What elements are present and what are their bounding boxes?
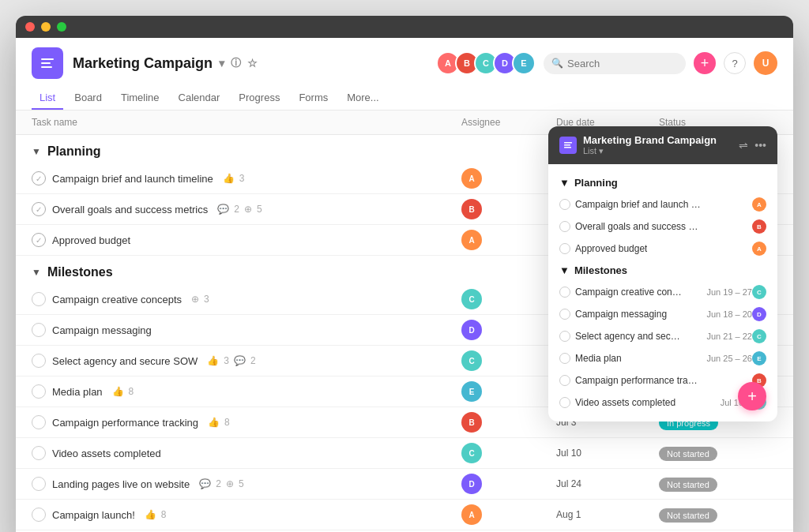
subtask-icon: ⊕ (191, 294, 199, 305)
tab-progress[interactable]: Progress (231, 87, 288, 110)
minimize-dot[interactable] (41, 22, 51, 32)
like-icon: 👍 (223, 173, 235, 184)
task-check[interactable]: ✓ (32, 233, 46, 247)
maximize-dot[interactable] (57, 22, 66, 32)
mini-check (559, 375, 570, 386)
col-task-name: Task name (32, 117, 461, 128)
task-check[interactable]: ✓ (32, 171, 46, 185)
app-window: Marketing Campaign ▾ ⓘ ☆ A B C (16, 16, 793, 532)
avatar-5: E (512, 51, 536, 75)
task-name: Campaign performance tracking (52, 417, 198, 429)
mini-task-row[interactable]: Campaign messaging Jun 18 – 20 D (548, 303, 777, 325)
task-row[interactable]: Video assets completed C Jul 10 Not star… (16, 438, 793, 469)
task-row[interactable]: Campaign launch! 👍 8 A Aug 1 Not started (16, 500, 793, 530)
mini-task-row[interactable]: Media plan Jun 25 – 26 E (548, 347, 777, 369)
add-button[interactable]: + (694, 52, 716, 74)
project-icon (32, 47, 63, 79)
svg-rect-2 (41, 66, 52, 68)
assignee-cell: A (461, 168, 556, 189)
comment-count: 2 (250, 355, 256, 366)
task-name: Video assets completed (52, 448, 161, 459)
team-avatars: A B C D E (436, 51, 536, 75)
mini-task-avatar: C (752, 329, 766, 343)
task-check[interactable] (32, 384, 46, 399)
subtask-count: 3 (204, 294, 209, 305)
header-right: A B C D E 🔍 + ? U (436, 51, 777, 75)
tab-list[interactable]: List (32, 87, 63, 110)
subtask-count: 5 (257, 204, 262, 215)
mini-check (559, 199, 570, 210)
task-meta: 💬 2 ⊕ 5 (217, 204, 262, 215)
assignee-avatar: D (461, 320, 482, 340)
mini-task-date: Jun 25 – 26 (707, 354, 753, 363)
assignee-cell: B (461, 412, 556, 433)
task-name: Approved budget (52, 234, 130, 246)
status-badge: Not started (659, 508, 717, 523)
task-row[interactable]: Landing pages live on website 💬 2 ⊕ 5 D … (16, 469, 793, 500)
mini-add-button[interactable]: + (738, 382, 766, 410)
task-name-cell: Campaign launch! 👍 8 (32, 508, 461, 522)
mini-panel-actions: ⇌ ••• (739, 139, 766, 152)
project-name-row: Marketing Campaign ▾ ⓘ ☆ (73, 55, 258, 72)
title-bar (16, 16, 793, 38)
task-name-cell: ✓ Approved budget (32, 233, 461, 247)
task-check[interactable] (32, 415, 46, 429)
task-check[interactable] (32, 292, 46, 306)
mini-task-row[interactable]: Approved budget A (548, 238, 777, 260)
more-icon[interactable]: ••• (754, 139, 766, 152)
task-check[interactable] (32, 354, 46, 368)
section-collapse-milestones[interactable]: ▼ (32, 267, 41, 278)
mini-panel-icon (559, 137, 577, 154)
task-check[interactable] (32, 477, 46, 491)
star-icon[interactable]: ☆ (247, 57, 258, 69)
mini-section-arrow: ▼ (559, 264, 570, 276)
tab-timeline[interactable]: Timeline (113, 87, 167, 110)
task-check[interactable] (32, 446, 46, 460)
search-input[interactable] (544, 53, 686, 74)
help-button[interactable]: ? (724, 52, 746, 74)
task-name: Select agency and secure SOW (52, 355, 198, 367)
project-info: Marketing Campaign ▾ ⓘ ☆ (32, 47, 258, 79)
assignee-avatar: E (461, 381, 482, 402)
nav-tabs: List Board Timeline Calendar Progress Fo… (32, 87, 777, 110)
task-check[interactable] (32, 508, 46, 522)
mini-task-left: Video assets completed (559, 397, 721, 408)
search-icon: 🔍 (551, 58, 563, 69)
like-count: 8 (129, 386, 134, 397)
mini-task-row[interactable]: Campaign creative con… Jun 19 – 27 C (548, 281, 777, 303)
comment-icon: 💬 (217, 204, 229, 215)
mini-task-row[interactable]: Campaign brief and launch timeline A (548, 193, 777, 215)
svg-rect-5 (564, 147, 571, 148)
tab-calendar[interactable]: Calendar (171, 87, 228, 110)
section-collapse-planning[interactable]: ▼ (32, 146, 41, 157)
tab-forms[interactable]: Forms (291, 87, 336, 110)
mini-task-row[interactable]: Select agency and sec… Jun 21 – 22 C (548, 325, 777, 347)
search-wrap: 🔍 (544, 53, 686, 74)
mini-task-name: Campaign brief and launch timeline (575, 199, 702, 210)
settings-icon[interactable]: ⇌ (739, 139, 748, 152)
like-icon: 👍 (112, 386, 124, 397)
mini-task-avatar: A (752, 242, 766, 256)
like-icon: 👍 (145, 509, 156, 520)
task-check[interactable]: ✓ (32, 202, 46, 216)
assignee-cell: D (461, 320, 556, 340)
mini-section-planning: ▼ Planning (548, 172, 777, 193)
chevron-down-icon[interactable]: ▾ (219, 57, 224, 69)
tab-more[interactable]: More... (339, 87, 386, 110)
mini-task-name: Approved budget (575, 243, 647, 254)
close-dot[interactable] (25, 22, 35, 32)
task-name-cell: Campaign messaging (32, 323, 461, 337)
user-avatar[interactable]: U (754, 51, 777, 75)
mini-task-name: Select agency and sec… (575, 331, 680, 342)
mini-task-row[interactable]: Overall goals and success metrics B (548, 215, 777, 238)
task-meta: 👍 8 (145, 509, 167, 520)
mini-check (559, 287, 570, 298)
info-icon: ⓘ (231, 56, 241, 70)
tab-board[interactable]: Board (66, 87, 110, 110)
subtask-icon: ⊕ (244, 204, 252, 215)
task-name: Campaign launch! (52, 509, 135, 521)
project-name-icons: ▾ ⓘ ☆ (219, 56, 258, 70)
mini-task-date: Jun 18 – 20 (707, 309, 753, 319)
task-check[interactable] (32, 323, 46, 337)
mini-task-left: Campaign performance trac… (559, 375, 752, 386)
